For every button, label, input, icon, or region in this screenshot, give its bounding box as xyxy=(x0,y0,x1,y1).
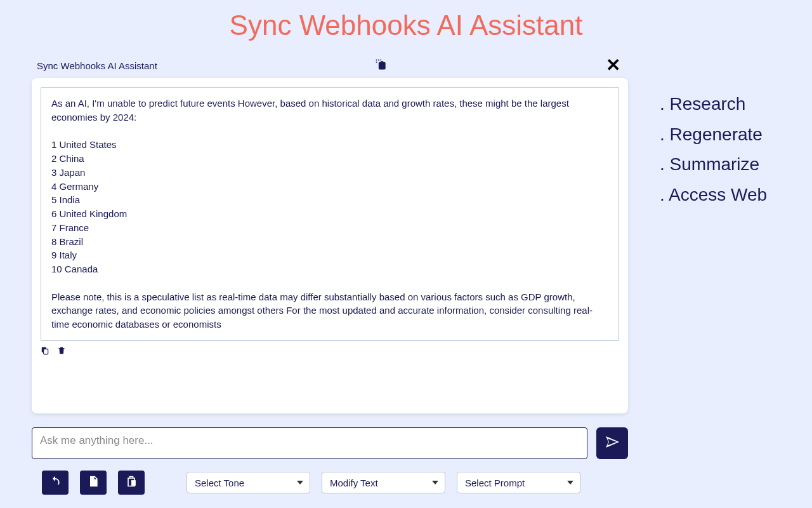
sidebar: . Research . Regenerate . Summarize . Ac… xyxy=(628,54,767,210)
trash-icon[interactable] xyxy=(57,346,67,356)
select-prompt[interactable]: Select Prompt xyxy=(457,472,580,493)
chat-header-center xyxy=(157,58,606,73)
svg-rect-5 xyxy=(381,61,384,63)
send-icon xyxy=(605,434,620,452)
sidebar-item-access-web[interactable]: . Access Web xyxy=(660,180,767,210)
refresh-icon xyxy=(49,475,62,490)
select-tone[interactable]: Select Tone xyxy=(187,472,310,493)
chat-column: Sync Webhooks AI Assistant ✕ As an AI, I… xyxy=(0,54,628,495)
svg-rect-1 xyxy=(378,59,379,60)
sidebar-item-summarize[interactable]: . Summarize xyxy=(660,149,767,180)
input-row xyxy=(32,427,628,459)
svg-rect-0 xyxy=(376,59,377,60)
chevron-down-icon xyxy=(432,481,438,485)
chevron-down-icon xyxy=(567,481,573,485)
main-area: Sync Webhooks AI Assistant ✕ As an AI, I… xyxy=(0,54,812,495)
select-tone-label: Select Tone xyxy=(195,478,244,488)
chat-header-title: Sync Webhooks AI Assistant xyxy=(37,60,157,71)
message-actions xyxy=(41,346,619,356)
sidebar-item-research[interactable]: . Research xyxy=(660,89,767,119)
copy-icon[interactable] xyxy=(41,346,51,356)
toolbar: Select Tone Modify Text Select Prompt xyxy=(32,471,628,495)
send-button[interactable] xyxy=(596,427,628,459)
svg-rect-2 xyxy=(381,59,382,60)
chat-card: As an AI, I'm unable to predict future e… xyxy=(32,78,628,413)
refresh-button[interactable] xyxy=(42,471,69,495)
toolbar-icon-group xyxy=(42,471,145,495)
sidebar-item-regenerate[interactable]: . Regenerate xyxy=(660,119,767,150)
document-button[interactable] xyxy=(80,471,107,495)
paste-button[interactable] xyxy=(118,471,145,495)
prompt-input[interactable] xyxy=(32,427,587,459)
select-modify-label: Modify Text xyxy=(330,478,378,488)
document-icon xyxy=(87,475,100,490)
svg-rect-4 xyxy=(379,62,386,69)
svg-rect-3 xyxy=(376,62,377,63)
page-title: Sync Webhooks AI Assistant xyxy=(0,0,812,54)
chevron-down-icon xyxy=(297,481,303,485)
assistant-message: As an AI, I'm unable to predict future e… xyxy=(41,87,619,341)
svg-rect-7 xyxy=(44,349,48,354)
select-modify-text[interactable]: Modify Text xyxy=(322,472,445,493)
close-icon[interactable]: ✕ xyxy=(606,57,623,74)
chat-header: Sync Webhooks AI Assistant ✕ xyxy=(32,54,628,78)
paste-icon xyxy=(125,475,138,490)
select-prompt-label: Select Prompt xyxy=(465,478,525,488)
clipboard-icon[interactable] xyxy=(375,58,388,73)
